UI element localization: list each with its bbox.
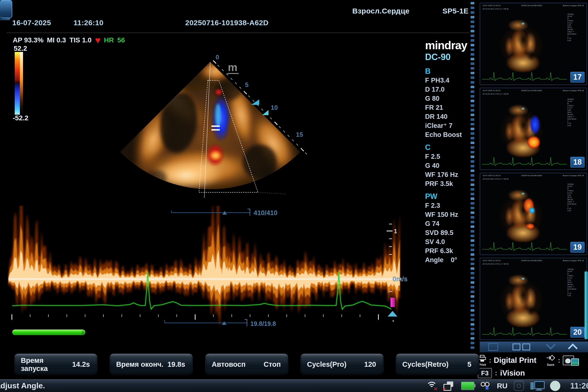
softkey-value: 120 — [364, 360, 376, 368]
thumbnail-clip-20[interactable]: 16-07-2025 11:26:1020250716-101938-A62DВ… — [480, 258, 587, 340]
f3-shortcut-row[interactable]: F3 : iVision — [478, 368, 525, 378]
thumb-ecg — [482, 154, 568, 168]
sidebar-tab-button[interactable] — [0, 0, 12, 18]
softkey-value: 19.8s — [167, 360, 185, 368]
cine-progress-bar[interactable] — [12, 330, 85, 335]
progress-bar-tip — [82, 330, 85, 335]
thumb-ap-line: AP 93.3% MI 0.3 TIS 1.0 ♥ HR 56 — [483, 93, 508, 95]
collapse-panel-button[interactable] — [560, 342, 585, 352]
orientation-mark: m — [228, 61, 238, 73]
velocity-tick-label: 1 — [394, 228, 397, 234]
hr-label: HR — [104, 36, 114, 44]
thumbnail-clip-19[interactable]: 16-07-2025 11:26:1020250716-101938-A62DВ… — [480, 173, 587, 255]
baseline-shift-arrow-icon[interactable] — [388, 311, 398, 316]
mi-value: MI 0.3 — [47, 36, 66, 44]
battery-icon — [461, 382, 474, 390]
softkey-label: Время запуска — [21, 356, 72, 373]
cine-position-indicator[interactable] — [172, 209, 250, 216]
param-line: Angle 0° — [425, 256, 478, 264]
softkey-4[interactable]: Cycles(Pro)120 — [300, 354, 384, 375]
display-icon[interactable] — [530, 381, 544, 391]
thumb-sector-image — [492, 98, 554, 157]
param-line: F PH3.4 — [425, 76, 478, 85]
thumbnail-toolbar — [480, 342, 588, 352]
param-line: G 40 — [425, 161, 478, 170]
scroll-down-button[interactable] — [538, 342, 563, 352]
orientation-mark-underline — [227, 73, 239, 74]
param-line: G 80 — [425, 94, 478, 103]
softkey-3[interactable]: АвтовоспСтоп — [205, 354, 288, 375]
bmode-sector-image: 0 5 10 15 m — [113, 42, 338, 203]
f3-key-badge[interactable]: F3 — [478, 368, 492, 378]
thumb-sector-image — [492, 268, 554, 327]
thumbnail-clip-18[interactable]: 16-07-2025 11:26:1020250716-101938-A62DВ… — [480, 88, 587, 170]
sector-bottom-edge — [258, 192, 286, 194]
softkey-1[interactable]: Время запуска14.2s — [14, 354, 98, 375]
print-action-label: Digital Print — [494, 356, 536, 365]
exam-preset[interactable]: Взросл.Сердце — [352, 7, 410, 15]
network-share-icon[interactable]: ✕ — [443, 381, 455, 391]
param-section-title-b: B — [425, 67, 478, 76]
color-scale-max: 52.2 — [14, 44, 27, 52]
sweep-position-indicator[interactable] — [165, 320, 247, 326]
param-line: PRF 3.5k — [425, 179, 478, 188]
image-screen-icon — [571, 358, 579, 366]
wifi-disconnected-icon[interactable]: ✕ — [426, 382, 436, 390]
tis-value: TIS 1.0 — [69, 36, 92, 44]
thumb-header: 16-07-2025 11:26:1020250716-101938-A62DВ… — [483, 5, 584, 6]
thumb-doppler-blue — [529, 115, 540, 135]
thumbnail-scrollbar-thumb[interactable] — [584, 272, 588, 339]
print-key[interactable]: Print — [478, 355, 486, 366]
depth-label-10: 10 — [271, 104, 278, 111]
axis-dot — [392, 320, 394, 322]
softkey-label: Cycles(Pro) — [307, 360, 346, 368]
status-circle-icon[interactable] — [550, 381, 560, 391]
thumb-params: mindray DC-90 B F PH3.4 D 17.0 G 80 FR 2… — [568, 183, 584, 212]
spectral-trace — [8, 206, 400, 328]
thumb-params: mindray DC-90 B F PH3.4 D 17.0 G 80 FR 2… — [568, 13, 584, 42]
thumbnail-clip-17[interactable]: 16-07-2025 11:26:1020250716-101938-A62DВ… — [480, 3, 587, 85]
param-line: iClear⁺ 7 — [425, 121, 478, 130]
color-scale-min: -52.2 — [13, 114, 28, 122]
print-shortcut-row[interactable]: Print : Digital Print Save : — [478, 354, 581, 367]
param-line: PRF 6.3k — [425, 246, 478, 256]
sweep-cursor-bar[interactable] — [390, 298, 395, 307]
pw-spectral-display: 410/410 1 0m/s 19.8/19.8 — [7, 206, 412, 336]
imaging-parameters-panel: BF PH3.4D 17.0G 80FR 21DR 140iClear⁺ 7Ec… — [425, 63, 478, 264]
header-separator — [7, 32, 470, 33]
system-time: 11:26:15 — [570, 381, 588, 390]
timer-icon — [514, 381, 524, 391]
thumb-chamber — [517, 115, 530, 135]
single-layout-button[interactable] — [482, 342, 504, 352]
thumb-orientation-mark — [522, 108, 524, 110]
focus-marker-icon-2[interactable] — [262, 110, 268, 115]
probe-name[interactable]: SP5-1E — [442, 7, 468, 15]
thumb-doppler-cyan — [529, 207, 535, 214]
recorder-icon[interactable] — [481, 382, 490, 390]
color-flow-bar — [15, 52, 20, 115]
cine-label: 410/410 — [254, 209, 278, 216]
dual-layout-button[interactable] — [507, 342, 536, 352]
thumb-orientation-mark — [522, 23, 524, 24]
exam-date: 16-07-2025 — [12, 18, 51, 27]
thumb-ecg — [482, 69, 568, 82]
thumbnail-number-badge: 18 — [570, 157, 584, 168]
softkey-5[interactable]: Cycles(Retro)5 — [396, 354, 479, 375]
print-key-label: Print — [478, 363, 486, 366]
param-line: WF 150 Hz — [425, 210, 478, 219]
softkey-value: Стоп — [264, 360, 281, 368]
brand-model: DC-90 — [425, 52, 450, 62]
f3-action-label: iVision — [500, 369, 525, 378]
softkey-value: 5 — [468, 360, 472, 368]
baseline-label: 0m/s — [392, 276, 408, 283]
softkey-2[interactable]: Время оконч.19.8s — [110, 354, 193, 375]
time-ruler — [12, 314, 379, 320]
save-key[interactable]: Save — [546, 355, 556, 366]
spectral-colormap-bar — [20, 52, 23, 115]
thumbnail-number-badge: 20 — [570, 327, 584, 338]
softkey-label: Автовосп — [212, 360, 246, 368]
param-line: F 2.5 — [425, 152, 478, 161]
send-to-image-button[interactable] — [563, 355, 581, 366]
single-frame-icon — [488, 343, 498, 351]
language-indicator[interactable]: RU — [497, 382, 508, 390]
